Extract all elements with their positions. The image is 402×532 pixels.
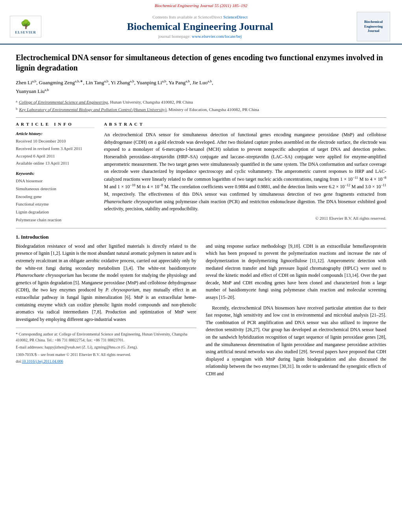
journal-logo-line1: Biochemical: [364, 20, 383, 24]
abstract-text: An electrochemical DNA sensor for simult…: [104, 131, 386, 213]
abstract-paragraph: An electrochemical DNA sensor for simult…: [104, 131, 386, 213]
homepage-link[interactable]: www.elsevier.com/locate/bej: [192, 34, 242, 39]
intro-col-right: and using response surface methodology […: [206, 243, 387, 381]
affiliation-a-text: College of Environmental Science and Eng…: [19, 99, 193, 106]
journal-homepage: journal homepage: www.elsevier.com/locat…: [51, 34, 349, 39]
footnote-star-text: * Corresponding author at: College of En…: [16, 331, 196, 350]
author-ya-pang: Ya Panga,b,: [169, 80, 192, 85]
online-date: Available online 13 April 2011: [16, 159, 94, 167]
affiliation-a: a College of Environmental Science and E…: [16, 99, 386, 106]
intro-text-right: and using response surface methodology […: [206, 243, 387, 378]
page: Biochemical Engineering Journal 55 (2011…: [0, 0, 402, 532]
article-info-heading: A R T I C L E I N F O: [16, 122, 94, 128]
keywords-list: DNA biosensor Simultaneous detection Enc…: [16, 177, 94, 224]
issn-line: 1369-703X/$ – see front matter © 2011 El…: [16, 352, 196, 357]
sciencedirect-link: Contents lists available at ScienceDirec…: [51, 15, 349, 19]
elsevier-logo-box: 🌳 ELSEVIER: [10, 16, 41, 37]
keyword-3: Encoding gene: [16, 193, 94, 201]
sciencedirect-anchor[interactable]: ScienceDirect: [223, 15, 248, 19]
intro-two-col: Biodegradation resistance of wood and ot…: [16, 243, 386, 381]
journal-main-title: Biochemical Engineering Journal: [51, 21, 349, 33]
keywords-block: Keywords: DNA biosensor Simultaneous det…: [16, 171, 94, 224]
author-yuanping-li: Yuanping Lia,b,: [137, 80, 169, 85]
keyword-4: Functional enzyme: [16, 200, 94, 208]
accepted-date: Accepted 6 April 2011: [16, 152, 94, 160]
author-jie-luo: Jie Luoa,b,: [193, 80, 213, 85]
author-guangming-zeng: Guangming Zenga,b,∗,: [39, 80, 86, 85]
copyright-line: © 2011 Elsevier B.V. All rights reserved…: [104, 216, 386, 221]
doi-line: doi:10.1016/j.bej.2011.04.006: [16, 359, 196, 363]
elsevier-label: ELSEVIER: [15, 30, 36, 34]
journal-citation-bar: Biochemical Engineering Journal 55 (2011…: [0, 0, 402, 9]
journal-logo-line2: Engineering: [364, 24, 383, 29]
intro-heading: 1. Introduction: [16, 234, 386, 240]
divider-1: [16, 117, 386, 118]
article-content: Electrochemical DNA sensor for simultane…: [0, 44, 402, 388]
intro-p3: Recently, electrochemical DNA biosensors…: [206, 304, 387, 378]
keyword-6: Polymerase chain reaction: [16, 216, 94, 224]
journal-title-center: Contents lists available at ScienceDirec…: [43, 15, 357, 39]
revised-date: Received in revised form 3 April 2011: [16, 145, 94, 152]
journal-logo-line3: Journal: [367, 29, 379, 33]
introduction-section: 1. Introduction Biodegradation resistanc…: [16, 234, 386, 381]
doi-link[interactable]: 10.1016/j.bej.2011.04.006: [22, 359, 63, 363]
homepage-label: journal homepage:: [158, 34, 192, 39]
journal-header: 🌳 ELSEVIER Contents lists available at S…: [0, 9, 402, 44]
journal-logo-right: Biochemical Engineering Journal: [357, 12, 390, 41]
abstract-col: A B S T R A C T An electrochemical DNA s…: [104, 122, 386, 224]
received-date: Received 10 December 2010: [16, 137, 94, 145]
footnote-email: E-mail addresses: happyjizhen@yeah.net (…: [16, 344, 196, 350]
abstract-heading: A B S T R A C T: [104, 122, 386, 128]
keyword-1: DNA biosensor: [16, 177, 94, 185]
keyword-2: Simultaneous detection: [16, 185, 94, 193]
article-info-dates: Received 10 December 2010 Received in re…: [16, 137, 94, 167]
author-yuanyuan-liu: Yuanyuan Liua,b: [16, 88, 49, 94]
elsevier-logo: 🌳 ELSEVIER: [8, 16, 43, 37]
author-yi-zhang: Yi Zhanga,b,: [111, 80, 137, 85]
affiliation-b-text: Key Laboratory of Environmental Biology …: [19, 106, 259, 113]
article-title: Electrochemical DNA sensor for simultane…: [16, 52, 386, 73]
affiliation-block: a College of Environmental Science and E…: [16, 99, 386, 113]
footnote-area: * Corresponding author at: College of En…: [16, 328, 196, 363]
intro-col-left: Biodegradation resistance of wood and ot…: [16, 243, 196, 381]
keyword-5: Lignin degradation: [16, 208, 94, 216]
journal-citation: Biochemical Engineering Journal 55 (2011…: [155, 3, 247, 8]
intro-p2: and using response surface methodology […: [206, 243, 387, 301]
footnote-corresponding: * Corresponding author at: College of En…: [16, 331, 196, 343]
keywords-label: Keywords:: [16, 171, 94, 176]
article-info-abstract-section: A R T I C L E I N F O Article history: R…: [16, 122, 386, 224]
author-zhen-li: Zhen Lia,b,: [16, 80, 39, 85]
elsevier-tree-icon: 🌳: [20, 19, 31, 30]
intro-p1: Biodegradation resistance of wood and ot…: [16, 243, 196, 323]
intro-text-left: Biodegradation resistance of wood and ot…: [16, 243, 196, 323]
divider-2: [16, 228, 386, 228]
article-info-col: A R T I C L E I N F O Article history: R…: [16, 122, 94, 224]
affiliation-b: b Key Laboratory of Environmental Biolog…: [16, 106, 386, 113]
article-history-block: Article history: Received 10 December 20…: [16, 131, 94, 167]
sciencedirect-text: Contents lists available at ScienceDirec…: [152, 15, 222, 19]
author-lin-tang: Lin Tanga,b,: [86, 80, 111, 85]
authors-line: Zhen Lia,b, Guangming Zenga,b,∗, Lin Tan…: [16, 78, 386, 96]
doi-text: doi:: [16, 359, 22, 363]
issn-text: 1369-703X/$ – see front matter © 2011 El…: [16, 352, 131, 357]
article-history-label: Article history:: [16, 131, 94, 136]
